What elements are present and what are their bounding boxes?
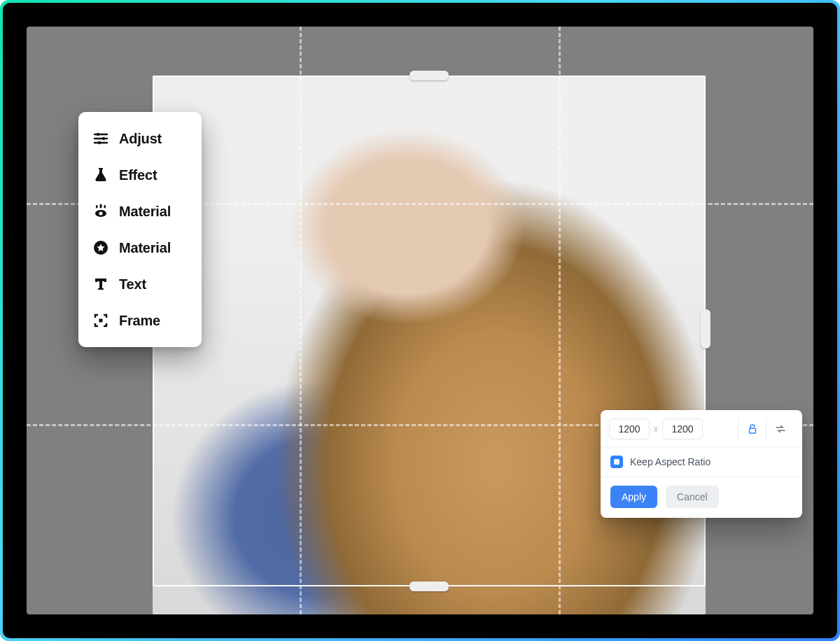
eye-sparkle-icon [92,203,109,220]
svg-point-4 [102,137,105,140]
svg-point-3 [97,133,99,136]
tool-label: Material [119,204,171,220]
tool-effect[interactable]: Effect [78,157,202,193]
svg-rect-10 [104,205,106,209]
tool-label: Effect [119,167,157,183]
tool-label: Frame [119,313,160,329]
sliders-icon [92,130,109,147]
lock-aspect-button[interactable] [738,418,766,439]
dimension-separator: x [654,424,658,434]
crop-handle-right[interactable] [701,309,710,348]
lock-icon [746,423,759,435]
tool-material-star[interactable]: Material [78,230,202,266]
tool-material-eye[interactable]: Material [78,193,202,230]
editor-canvas: Adjust Effect [27,27,813,614]
svg-rect-13 [749,428,755,433]
tool-text[interactable]: Text [78,266,202,302]
frame-icon [92,312,109,329]
crop-handle-bottom[interactable] [410,582,449,591]
swap-dimensions-button[interactable] [766,418,794,439]
canvas-image [153,76,706,614]
keep-aspect-label: Keep Aspect Ratio [630,456,710,467]
tool-label: Adjust [119,131,162,147]
tool-adjust[interactable]: Adjust [78,120,202,157]
tool-panel: Adjust Effect [78,112,202,347]
tool-label: Material [119,240,171,256]
svg-rect-12 [99,319,103,323]
tool-frame[interactable]: Frame [78,302,202,339]
svg-rect-9 [100,204,102,209]
svg-point-5 [98,141,101,144]
resize-dialog: x [601,410,802,518]
star-circle-icon [92,239,109,256]
tool-label: Text [119,276,146,293]
cancel-button[interactable]: Cancel [666,486,719,508]
swap-horizontal-icon [774,423,787,435]
flask-icon [92,167,109,183]
apply-button[interactable]: Apply [610,486,657,508]
width-input[interactable] [609,418,650,439]
svg-rect-8 [96,205,98,209]
crop-handle-top[interactable] [410,71,449,80]
height-input[interactable] [662,418,703,439]
svg-point-7 [99,212,103,216]
text-icon [92,276,109,293]
keep-aspect-checkbox[interactable] [610,456,623,468]
